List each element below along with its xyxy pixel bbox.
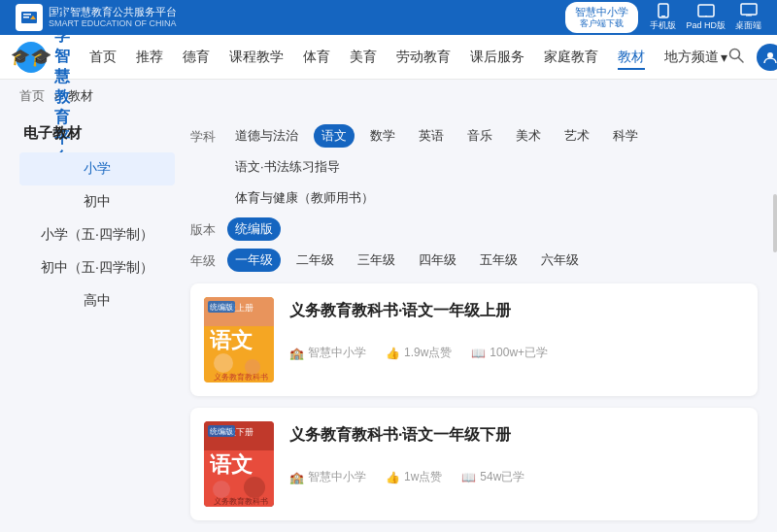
book-reads-2: 📖 54w已学 [461, 469, 524, 485]
book-likes-1: 👍 1.9w点赞 [386, 345, 452, 361]
svg-point-27 [213, 481, 230, 498]
nav-items: 首页 推荐 德育 课程教学 体育 美育 劳动教育 课后服务 家庭教育 教材 地方… [89, 45, 727, 70]
svg-text:统编版: 统编版 [210, 427, 233, 436]
book-title-1[interactable]: 义务教育教科书·语文一年级上册 [289, 301, 744, 321]
sidebar-item-middle[interactable]: 初中 [19, 185, 175, 218]
svg-rect-5 [698, 5, 714, 17]
main-nav: 🎓 国家中小学智慧教育平台 首页 推荐 德育 课程教学 体育 美育 劳动教育 课… [0, 35, 777, 80]
svg-rect-4 [661, 16, 665, 17]
nav-labor[interactable]: 劳动教育 [396, 45, 451, 70]
svg-rect-22 [204, 447, 274, 450]
svg-rect-12 [204, 322, 274, 326]
book-item-2[interactable]: 一年级下册 统编版 语文 义务教育教科书 义务教育教科书·语文一年级下册 🏫 [190, 408, 758, 520]
book-info-2: 义务教育教科书·语文一年级下册 🏫 智慧中小学 👍 1w点赞 📖 54w已 [289, 421, 744, 507]
book-source-2: 🏫 智慧中小学 [289, 469, 366, 485]
logo-line2: SMART EDUCATION OF CHINA [49, 18, 177, 30]
nav-right [727, 44, 777, 71]
nav-home[interactable]: 首页 [89, 45, 117, 70]
grade-3[interactable]: 三年级 [350, 249, 403, 272]
sidebar: 电子教材 小学 初中 小学（五·四学制） 初中（五·四学制） 高中 [19, 124, 175, 532]
subject-chinese[interactable]: 语文 [314, 124, 355, 148]
grade-5[interactable]: 五年级 [472, 249, 525, 272]
book-meta-1: 🏫 智慧中小学 👍 1.9w点赞 📖 100w+已学 [289, 345, 744, 361]
pad-device[interactable]: Pad HD版 [686, 3, 726, 32]
grade-filter-row: 年级 一年级 二年级 三年级 四年级 五年级 六年级 [190, 249, 758, 272]
svg-point-28 [244, 477, 265, 498]
top-header: 国家智慧教育公共服务平台 SMART EDUCATION OF CHINA 智慧… [0, 0, 777, 35]
nav-logo-icon: 🎓 [16, 42, 47, 73]
breadcrumb-home[interactable]: 首页 [19, 88, 45, 103]
sidebar-item-high[interactable]: 高中 [19, 284, 175, 317]
book-cover-1: 一年级上册 统编版 语文 义务教育教科书 [204, 297, 274, 382]
svg-rect-3 [659, 4, 668, 17]
subject-filter-row2: 体育与健康（教师用书） [190, 186, 758, 210]
main-content: 电子教材 小学 初中 小学（五·四学制） 初中（五·四学制） 高中 学科 道德与… [0, 113, 777, 532]
nav-course[interactable]: 课程教学 [229, 45, 284, 70]
book-info-1: 义务教育教科书·语文一年级上册 🏫 智慧中小学 👍 1.9w点赞 📖 10 [289, 297, 744, 382]
nav-textbook[interactable]: 教材 [618, 45, 645, 70]
edition-label: 版本 [190, 217, 218, 239]
subject-pe[interactable]: 体育与健康（教师用书） [227, 186, 382, 210]
subject-science[interactable]: 科学 [605, 124, 646, 148]
user-button[interactable] [757, 44, 777, 71]
svg-rect-7 [741, 4, 757, 15]
grade-1[interactable]: 一年级 [227, 249, 281, 272]
book-cover-2: 一年级下册 统编版 语文 义务教育教科书 [204, 421, 274, 507]
subject-calligraphy[interactable]: 语文·书法练习指导 [227, 155, 348, 179]
grade-6[interactable]: 六年级 [533, 249, 587, 272]
subject-moral[interactable]: 道德与法治 [227, 124, 306, 148]
book-source-1: 🏫 智慧中小学 [289, 345, 366, 361]
breadcrumb-sep: › [54, 88, 58, 103]
svg-text:语文: 语文 [210, 452, 253, 477]
book-title-2[interactable]: 义务教育教科书·语文一年级下册 [289, 425, 744, 446]
svg-point-9 [767, 52, 773, 58]
subject-items: 道德与法治 语文 数学 英语 音乐 美术 艺术 科学 语文·书法练习指导 [227, 124, 758, 179]
svg-rect-6 [705, 16, 707, 17]
nav-family[interactable]: 家庭教育 [544, 45, 598, 70]
subject-label: 学科 [190, 124, 218, 146]
sidebar-item-primary54[interactable]: 小学（五·四学制） [19, 218, 175, 251]
subject-fineart[interactable]: 美术 [508, 124, 549, 148]
edition-filter-row: 版本 统编版 [190, 217, 758, 241]
sidebar-title: 电子教材 [19, 124, 175, 143]
svg-point-17 [214, 353, 233, 373]
svg-text:义务教育教科书: 义务教育教科书 [214, 497, 268, 506]
grade-4[interactable]: 四年级 [411, 249, 464, 272]
nav-sports[interactable]: 体育 [303, 45, 330, 70]
scrollbar [773, 194, 777, 252]
sidebar-item-primary[interactable]: 小学 [19, 152, 175, 185]
book-likes-2: 👍 1w点赞 [386, 469, 442, 485]
subject-math[interactable]: 数学 [362, 124, 403, 148]
nav-recommend[interactable]: 推荐 [136, 45, 163, 70]
svg-text:语文: 语文 [210, 328, 253, 352]
desktop-device[interactable]: 桌面端 [735, 3, 761, 32]
header-right: 智慧中小学 客户端下载 手机版 Pad HD版 桌面端 [565, 2, 761, 33]
svg-text:义务教育教科书: 义务教育教科书 [214, 373, 268, 382]
edition-tongbian[interactable]: 统编版 [227, 217, 281, 241]
subject-english[interactable]: 英语 [411, 124, 452, 148]
device-icons: 手机版 Pad HD版 桌面端 [650, 3, 761, 32]
svg-text:统编版: 统编版 [210, 303, 233, 312]
book-list: 一年级上册 统编版 语文 义务教育教科书 义务教育教科书·语文一年级上册 🏫 [190, 283, 758, 520]
nav-local[interactable]: 地方频道 ▾ [664, 45, 727, 70]
breadcrumb-current: 教材 [68, 88, 93, 103]
grade-2[interactable]: 二年级 [288, 249, 342, 272]
nav-art[interactable]: 美育 [350, 45, 377, 70]
phone-device[interactable]: 手机版 [650, 3, 676, 32]
subject-filter-row1: 学科 道德与法治 语文 数学 英语 音乐 美术 艺术 科学 语文·书法练习指导 [190, 124, 758, 179]
breadcrumb: 首页 › 教材 [0, 80, 777, 113]
search-button[interactable] [727, 47, 745, 68]
subject-music[interactable]: 音乐 [459, 124, 500, 148]
grade-label: 年级 [190, 249, 218, 270]
nav-moral[interactable]: 德育 [183, 45, 210, 70]
subject-arts[interactable]: 艺术 [557, 124, 597, 148]
book-meta-2: 🏫 智慧中小学 👍 1w点赞 📖 54w已学 [289, 469, 744, 485]
book-item-1[interactable]: 一年级上册 统编版 语文 义务教育教科书 义务教育教科书·语文一年级上册 🏫 [190, 283, 758, 396]
right-panel: 学科 道德与法治 语文 数学 英语 音乐 美术 艺术 科学 语文·书法练习指导 … [190, 124, 758, 532]
nav-afterschool[interactable]: 课后服务 [470, 45, 524, 70]
download-button[interactable]: 智慧中小学 客户端下载 [565, 2, 638, 33]
sidebar-item-middle54[interactable]: 初中（五·四学制） [19, 251, 175, 284]
book-reads-1: 📖 100w+已学 [471, 345, 548, 361]
